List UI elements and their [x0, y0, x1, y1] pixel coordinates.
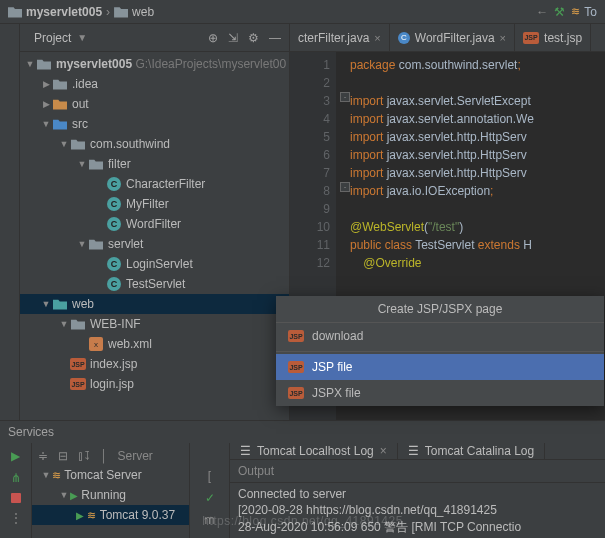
svc-row-instance[interactable]: ▶ ≋ Tomcat 9.0.37	[32, 505, 189, 525]
services-tabs[interactable]: ☰ Tomcat Localhost Log × ☰ Tomcat Catali…	[230, 443, 605, 460]
tree-item-out[interactable]: ▶ out	[20, 94, 289, 114]
log-icon: ☰	[408, 444, 419, 458]
play-icon: ▶	[76, 510, 84, 521]
tree-item-class[interactable]: C TestServlet	[20, 274, 289, 294]
class-icon: C	[107, 277, 121, 291]
folder-icon	[53, 99, 67, 110]
tree-expand-icon[interactable]: ≑	[38, 449, 48, 463]
watermark: https://blog.csdn.net/qq_41891425	[202, 514, 403, 528]
class-icon: C	[107, 177, 121, 191]
fold-icon[interactable]: -	[340, 92, 350, 102]
stop-icon[interactable]	[11, 493, 21, 503]
tree-item-webinf[interactable]: ▼ WEB-INF	[20, 314, 289, 334]
web-folder-icon	[53, 299, 67, 310]
tree-item-webxml[interactable]: x web.xml	[20, 334, 289, 354]
tomcat-icon: ≋	[87, 509, 96, 522]
tree-item-idea[interactable]: ▶ .idea	[20, 74, 289, 94]
svc-row-tomcat-server[interactable]: ▼ ≋ Tomcat Server	[32, 465, 189, 485]
popup-title: Create JSP/JSPX page	[276, 296, 604, 323]
project-tree[interactable]: ▼ myservlet005 G:\IdeaProjects\myservlet…	[20, 52, 289, 420]
bracket-icon[interactable]: [	[208, 469, 211, 483]
popup-item-download[interactable]: JSP download	[276, 323, 604, 349]
run-config-selector[interactable]: ≋ To	[571, 5, 597, 19]
tomcat-icon: ≋	[52, 469, 61, 482]
editor-tabs[interactable]: cterFilter.java × C WordFilter.java × JS…	[290, 24, 605, 52]
tab-characterfilter[interactable]: cterFilter.java ×	[290, 24, 390, 51]
project-panel: Project ▼ ⊕ ⇲ ⚙ — ▼ myservlet005 G:\Idea…	[20, 24, 290, 420]
tree-item-servlet[interactable]: ▼ servlet	[20, 234, 289, 254]
tab-testjsp[interactable]: JSP test.jsp	[515, 24, 591, 51]
class-icon: C	[107, 257, 121, 271]
tree-collapse-icon[interactable]: ⊟	[58, 449, 68, 463]
check-icon[interactable]: ✓	[205, 491, 215, 505]
package-icon	[89, 239, 103, 250]
hammer-icon[interactable]: ⚒	[554, 5, 565, 19]
tree-item-src[interactable]: ▼ src	[20, 114, 289, 134]
folder-icon	[53, 79, 67, 90]
close-icon[interactable]: ×	[500, 32, 506, 44]
services-tree[interactable]: ≑ ⊟ ⫿↧ │ Server ▼ ≋ Tomcat Server ▼ ▶ Ru…	[32, 443, 190, 538]
chevron-right-icon: ›	[106, 5, 110, 19]
tree-item-loginjsp[interactable]: JSP login.jsp	[20, 374, 289, 394]
dropdown-icon[interactable]: ▼	[77, 32, 87, 43]
expand-icon[interactable]: ⇲	[228, 31, 238, 45]
tree-item-web[interactable]: ▼ web	[20, 294, 289, 314]
tree-item-class[interactable]: C WordFilter	[20, 214, 289, 234]
folder-icon	[71, 319, 85, 330]
tab-wordfilter[interactable]: C WordFilter.java ×	[390, 24, 515, 51]
jsp-icon: JSP	[288, 330, 304, 342]
package-icon	[71, 139, 85, 150]
fold-icon[interactable]: -	[340, 182, 350, 192]
jsp-icon: JSP	[288, 387, 304, 399]
jsp-icon: JSP	[288, 361, 304, 373]
tab-catalina-log[interactable]: ☰ Tomcat Catalina Log	[398, 443, 545, 459]
more-icon[interactable]: ⋮	[10, 511, 22, 525]
jsp-icon: JSP	[70, 358, 86, 370]
debug-icon[interactable]: ⋔	[11, 471, 21, 485]
folder-icon	[8, 6, 22, 18]
services-toolbar: ▶ ⋔ ⋮	[0, 443, 32, 538]
create-jsp-popup: Create JSP/JSPX page JSP download JSP JS…	[276, 296, 604, 406]
tab-localhost-log[interactable]: ☰ Tomcat Localhost Log ×	[230, 443, 398, 459]
tomcat-icon: ≋	[571, 5, 580, 18]
tree-item-class[interactable]: C LoginServlet	[20, 254, 289, 274]
folder-icon	[37, 59, 51, 70]
svc-row-running[interactable]: ▼ ▶ Running	[32, 485, 189, 505]
tree-item-indexjsp[interactable]: JSP index.jsp	[20, 354, 289, 374]
jsp-icon: JSP	[523, 32, 539, 44]
tree-item-class[interactable]: C CharacterFilter	[20, 174, 289, 194]
folder-icon	[114, 6, 128, 18]
breadcrumb[interactable]: myservlet005 › web	[8, 5, 154, 19]
class-icon: C	[107, 217, 121, 231]
close-icon[interactable]: ×	[380, 444, 387, 458]
folder-icon	[53, 119, 67, 130]
class-tab-icon: C	[398, 32, 410, 44]
tree-item-filter[interactable]: ▼ filter	[20, 154, 289, 174]
log-icon: ☰	[240, 444, 251, 458]
jsp-icon: JSP	[70, 378, 86, 390]
play-icon: ▶	[70, 490, 78, 501]
services-label[interactable]: Services	[0, 421, 605, 443]
breadcrumb-project: myservlet005	[26, 5, 102, 19]
panel-title: Project	[34, 31, 71, 45]
tree-item-class[interactable]: C MyFilter	[20, 194, 289, 214]
package-icon	[89, 159, 103, 170]
close-icon[interactable]: ×	[374, 32, 380, 44]
console-output[interactable]: Connected to server [2020-08-28 hhttps:/…	[230, 483, 605, 538]
gear-icon[interactable]: ⚙	[248, 31, 259, 45]
target-icon[interactable]: ⊕	[208, 31, 218, 45]
breadcrumb-folder: web	[132, 5, 154, 19]
popup-item-jsp-file[interactable]: JSP JSP file	[276, 354, 604, 380]
class-icon: C	[107, 197, 121, 211]
server-label: Server	[118, 449, 153, 463]
back-icon[interactable]: ←	[536, 5, 548, 19]
filter-icon[interactable]: ⫿↧	[78, 449, 90, 463]
tree-root[interactable]: ▼ myservlet005 G:\IdeaProjects\myservlet…	[20, 54, 289, 74]
tree-item-package[interactable]: ▼ com.southwind	[20, 134, 289, 154]
xml-icon: x	[89, 337, 103, 351]
divider: │	[100, 449, 108, 463]
collapse-icon[interactable]: —	[269, 31, 281, 45]
popup-item-jspx-file[interactable]: JSP JSPX file	[276, 380, 604, 406]
output-label: Output	[230, 460, 605, 483]
run-icon[interactable]: ▶	[11, 449, 20, 463]
